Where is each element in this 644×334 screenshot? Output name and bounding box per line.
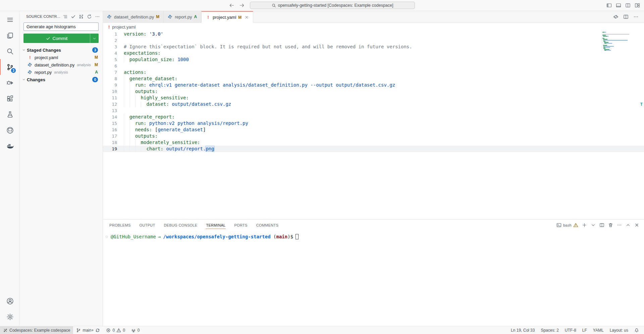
more-icon[interactable] [617, 223, 622, 228]
commit-button[interactable]: Commit [23, 34, 99, 43]
status-notifications[interactable] [631, 326, 642, 334]
status-encoding[interactable]: UTF-8 [562, 326, 579, 334]
panel-tab-terminal[interactable]: TERMINAL [206, 221, 226, 229]
code-line-14[interactable]: 14generate_report: [103, 114, 644, 120]
section-header-changes[interactable]: Changes0 [19, 76, 103, 83]
command-center-search[interactable]: opensafely-getting-started [Codespaces: … [250, 2, 415, 9]
terminal[interactable]: ○ @GitHub_Username → /workspaces/opensaf… [103, 231, 644, 326]
chevron-down-icon[interactable] [591, 223, 596, 228]
activity-item-testing[interactable] [0, 106, 19, 122]
commit-dropdown-button[interactable] [90, 34, 99, 43]
activity-item-run-debug[interactable] [0, 75, 19, 91]
activity-item-extensions[interactable] [0, 91, 19, 106]
open-changes-icon[interactable] [613, 14, 619, 19]
add-icon[interactable] [582, 223, 587, 228]
status-branch[interactable]: main+ [73, 326, 103, 334]
panel-tab-output[interactable]: OUTPUT [139, 221, 156, 229]
activity-item-source-control[interactable]: 3 [0, 59, 19, 75]
code-line-16[interactable]: 16needs: [generate_dataset] [103, 127, 644, 133]
code-line-3[interactable]: 3# Ignore this`expectation` block. It is… [103, 44, 644, 50]
graph-icon[interactable] [79, 14, 84, 19]
trash-icon[interactable] [608, 223, 613, 228]
status-language-mode[interactable]: YAML [590, 326, 607, 334]
tab-report.py[interactable]: report.pyA [164, 11, 201, 22]
code-line-11[interactable]: 11highly_sensitive: [103, 95, 644, 101]
token: actions: [124, 69, 146, 75]
code-line-5[interactable]: 5population_size: 1000 [103, 56, 644, 63]
activity-item-github[interactable] [0, 122, 19, 138]
tab-dataset_definition.py[interactable]: dataset_definition.pyM [103, 11, 164, 22]
toggle-sidebar-icon[interactable] [606, 3, 612, 8]
code-line-2[interactable]: 2 [103, 37, 644, 44]
split-editor-icon[interactable] [599, 223, 604, 228]
code-line-19[interactable]: 19chart: output/report.png [103, 146, 644, 152]
forward-icon[interactable] [239, 3, 245, 8]
status-ports[interactable]: 0 [128, 326, 143, 334]
status-cursor-position[interactable]: Ln 19, Col 33 [508, 326, 538, 334]
activity-item-search[interactable] [0, 43, 19, 59]
token: output/report. [166, 146, 206, 151]
status-eol[interactable]: LF [579, 326, 590, 334]
close-icon[interactable] [245, 15, 249, 19]
terminal-arrow: → [156, 234, 163, 239]
status-codespaces[interactable]: Codespaces: Example codespace [0, 326, 73, 334]
panel-tab-problems[interactable]: PROBLEMS [109, 221, 131, 229]
status-keyboard-layout[interactable]: Layout: us [607, 326, 631, 334]
split-editor-icon[interactable] [625, 3, 631, 8]
commit-check-icon[interactable] [71, 14, 76, 19]
code-line-15[interactable]: 15run: python:v2 python analysis/report.… [103, 120, 644, 127]
minimap[interactable] [602, 32, 639, 51]
changes-tree: Staged Changes3!project.yamlMdataset_def… [19, 46, 103, 326]
line-content: dataset: output/dataset.csv.gz [124, 101, 644, 107]
more-icon[interactable] [95, 14, 100, 19]
minimap-segment [602, 35, 606, 36]
code-line-9[interactable]: 9run: ehrql:v1 generate-dataset analysis… [103, 82, 644, 88]
back-icon[interactable] [229, 3, 234, 8]
code-line-12[interactable]: 12dataset: output/dataset.csv.gz [103, 101, 644, 107]
code-line-1[interactable]: 1version: '3.0' [103, 31, 644, 37]
file-row[interactable]: dataset_definition.pyanalysisM [19, 61, 103, 68]
activity-item-settings[interactable] [0, 309, 19, 325]
commit-button-main[interactable]: Commit [23, 34, 90, 43]
code-line-4[interactable]: 4expectations: [103, 50, 644, 56]
file-row[interactable]: !project.yamlM [19, 54, 103, 61]
activity-item-docker[interactable] [0, 138, 19, 154]
refresh-icon[interactable] [87, 14, 92, 19]
token [146, 31, 149, 37]
section-header-staged-changes[interactable]: Staged Changes3 [19, 46, 103, 54]
code-editor[interactable]: 1version: '3.0'23# Ignore this`expectati… [103, 31, 644, 219]
tab-project.yaml[interactable]: !project.yamlM [201, 11, 253, 23]
panel-tab-ports[interactable]: PORTS [234, 221, 248, 229]
code-line-8[interactable]: 8generate_dataset: [103, 76, 644, 82]
code-line-6[interactable]: 6 [103, 63, 644, 69]
panel-tab-comments[interactable]: COMMENTS [256, 221, 279, 229]
line-content: generate_dataset: [124, 76, 644, 82]
activity-item-explorer[interactable] [0, 28, 19, 43]
view-list-icon[interactable] [63, 14, 68, 19]
code-line-17[interactable]: 17outputs: [103, 133, 644, 139]
search-icon [272, 3, 276, 8]
commit-message-input[interactable] [23, 22, 99, 31]
activity-bar: 3 [0, 11, 19, 326]
panel-tab-debug-console[interactable]: DEBUG CONSOLE [164, 221, 198, 229]
title-bar: opensafely-getting-started [Codespaces: … [0, 0, 644, 11]
activity-item-accounts[interactable] [0, 293, 19, 309]
status-indentation[interactable]: Spaces: 2 [538, 326, 561, 334]
file-row[interactable]: report.pyanalysisA [19, 68, 103, 76]
status-problems[interactable]: 00 [103, 326, 128, 334]
split-editor-icon[interactable] [623, 14, 629, 19]
activity-item-menu[interactable] [0, 12, 19, 28]
workbench: 3 SOURCE CONTR... Commit Staged Changes3… [0, 11, 644, 326]
customize-layout-icon[interactable] [635, 3, 640, 8]
toggle-panel-icon[interactable] [616, 3, 621, 8]
code-line-7[interactable]: 7actions: [103, 69, 644, 76]
more-icon[interactable] [633, 14, 639, 19]
code-line-13[interactable]: 13 [103, 107, 644, 114]
terminal-shell-selector[interactable]: bash [556, 223, 578, 228]
python-icon [107, 14, 112, 19]
code-line-18[interactable]: 18moderately_sensitive: [103, 139, 644, 146]
close-icon[interactable] [634, 223, 639, 228]
chevron-up-icon[interactable] [626, 223, 631, 228]
code-line-10[interactable]: 10outputs: [103, 88, 644, 95]
breadcrumb[interactable]: ! project.yaml [103, 23, 644, 31]
